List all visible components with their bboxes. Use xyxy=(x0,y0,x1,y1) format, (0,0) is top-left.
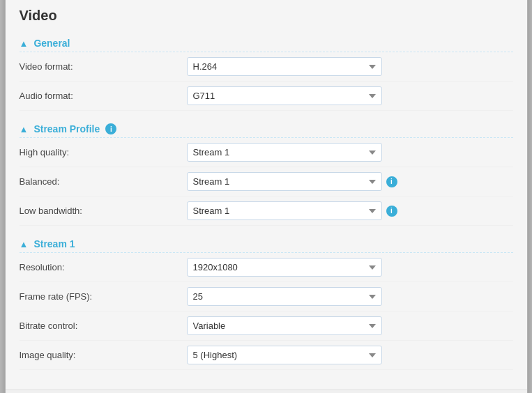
high-quality-select[interactable]: Stream 1 Stream 2 Stream 3 xyxy=(187,143,382,162)
low-bandwidth-info-icon[interactable]: i xyxy=(386,206,397,217)
audio-format-row: Audio format: G711 G722 AAC xyxy=(20,82,513,111)
bitrate-control-select[interactable]: Variable Constant xyxy=(187,316,382,335)
frame-rate-control: 25 30 15 10 5 xyxy=(187,287,513,306)
resolution-label: Resolution: xyxy=(20,262,187,272)
image-quality-control: 5 (Highest) 4 3 2 1 (Lowest) xyxy=(187,346,513,364)
frame-rate-select[interactable]: 25 30 15 10 5 xyxy=(187,287,382,306)
video-format-label: Video format: xyxy=(20,61,187,72)
dialog-body: Video ▲ General Video format: H.264 H.26… xyxy=(6,0,527,390)
bitrate-control-wrap: Variable Constant xyxy=(187,316,513,335)
general-section-label: General xyxy=(33,38,70,49)
audio-format-label: Audio format: xyxy=(20,91,187,101)
resolution-row: Resolution: 1920x1080 1280x720 640x480 xyxy=(20,253,513,282)
high-quality-row: High quality: Stream 1 Stream 2 Stream 3 xyxy=(20,138,513,167)
audio-format-select[interactable]: G711 G722 AAC xyxy=(187,86,382,105)
image-quality-label: Image quality: xyxy=(20,350,187,360)
dialog-body-wrapper: Video ▲ General Video format: H.264 H.26… xyxy=(6,0,527,390)
video-format-row: Video format: H.264 H.265 MJPEG xyxy=(20,52,513,82)
page-title: Video xyxy=(20,8,513,24)
stream1-section: ▲ Stream 1 Resolution: 1920x1080 1280x72… xyxy=(20,234,513,373)
dialog-footer: Previous Next Cancel xyxy=(6,390,527,393)
bitrate-control-label: Bitrate control: xyxy=(20,321,187,331)
resolution-control: 1920x1080 1280x720 640x480 xyxy=(187,258,513,277)
image-quality-row: Image quality: 5 (Highest) 4 3 2 1 (Lowe… xyxy=(20,341,513,370)
stream1-section-label: Stream 1 xyxy=(33,238,75,249)
low-bandwidth-control: Stream 1 Stream 2 Stream 3 i xyxy=(187,201,513,220)
frame-rate-label: Frame rate (FPS): xyxy=(20,291,187,302)
audio-format-control: G711 G722 AAC xyxy=(187,86,513,105)
balanced-select[interactable]: Stream 1 Stream 2 Stream 3 xyxy=(187,172,382,191)
general-section-header: ▲ General xyxy=(20,33,513,52)
stream1-section-header: ▲ Stream 1 xyxy=(20,234,513,253)
frame-rate-row: Frame rate (FPS): 25 30 15 10 5 xyxy=(20,282,513,311)
balanced-label: Balanced: xyxy=(20,176,187,187)
high-quality-label: High quality: xyxy=(20,147,187,157)
low-bandwidth-label: Low bandwidth: xyxy=(20,206,187,216)
low-bandwidth-select[interactable]: Stream 1 Stream 2 Stream 3 xyxy=(187,201,382,220)
balanced-control: Stream 1 Stream 2 Stream 3 i xyxy=(187,172,513,191)
general-section-content: Video format: H.264 H.265 MJPEG Audio fo… xyxy=(20,52,513,114)
stream-profile-section: ▲ Stream Profile i High quality: Stream … xyxy=(20,119,513,229)
video-format-select[interactable]: H.264 H.265 MJPEG xyxy=(187,57,382,76)
stream-profile-section-header: ▲ Stream Profile i xyxy=(20,119,513,138)
general-section: ▲ General Video format: H.264 H.265 MJPE… xyxy=(20,33,513,114)
stream1-toggle[interactable]: ▲ xyxy=(20,239,29,249)
low-bandwidth-row: Low bandwidth: Stream 1 Stream 2 Stream … xyxy=(20,196,513,226)
image-quality-select[interactable]: 5 (Highest) 4 3 2 1 (Lowest) xyxy=(187,346,382,364)
resolution-select[interactable]: 1920x1080 1280x720 640x480 xyxy=(187,258,382,277)
general-toggle[interactable]: ▲ xyxy=(20,38,29,49)
balanced-info-icon[interactable]: i xyxy=(386,176,397,187)
stream-profile-section-content: High quality: Stream 1 Stream 2 Stream 3… xyxy=(20,138,513,229)
high-quality-control: Stream 1 Stream 2 Stream 3 xyxy=(187,143,513,162)
balanced-row: Balanced: Stream 1 Stream 2 Stream 3 i xyxy=(20,167,513,196)
bitrate-control-row: Bitrate control: Variable Constant xyxy=(20,311,513,341)
stream-profile-info-icon[interactable]: i xyxy=(105,123,116,134)
stream-profile-toggle[interactable]: ▲ xyxy=(20,124,29,134)
stream-profile-section-label: Stream Profile xyxy=(33,123,100,134)
add-camera-dialog: Add Camera Wizard ✕ Video ▲ General Vide… xyxy=(5,0,528,393)
video-format-control: H.264 H.265 MJPEG xyxy=(187,57,513,76)
stream1-section-content: Resolution: 1920x1080 1280x720 640x480 F… xyxy=(20,253,513,373)
